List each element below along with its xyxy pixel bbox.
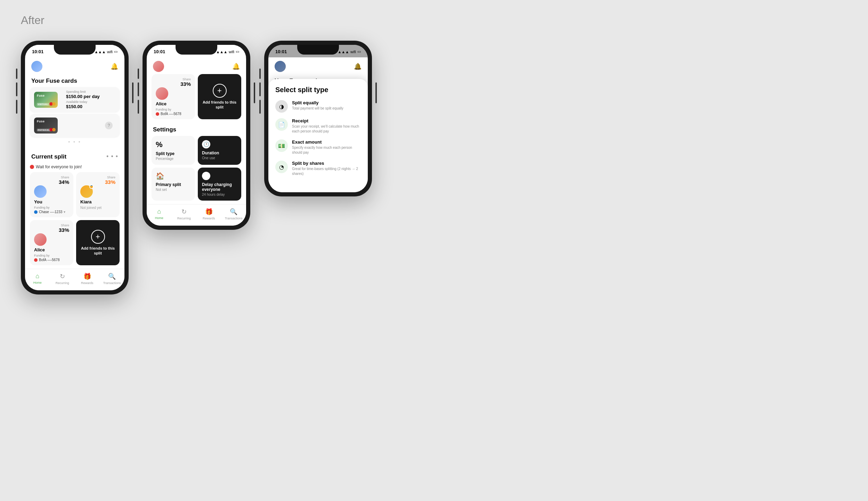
spending-limit-label: Spending limit [66, 90, 115, 94]
p2-nav-transactions[interactable]: 🔍 Transactions [221, 208, 246, 220]
receipt-icon: 📄 [275, 118, 288, 131]
alice-name: Alice [34, 247, 69, 252]
phone1-bottom-nav: ⌂ Home ↻ Recurring 🎁 Rewards 🔍 Transacti… [25, 269, 124, 290]
split-status-text: Wait for everyone to join! [36, 164, 82, 169]
alice-bank: BofA ----5678 [39, 258, 59, 262]
user-avatar[interactable] [31, 61, 42, 72]
phones-container: 10:01 ▲▲▲ wifi ▭ 🔔 Your Fuse cards [21, 41, 372, 294]
split-by-shares-option[interactable]: ◔ Split by shares Great for time-bases s… [275, 161, 361, 176]
p2-add-friends-button[interactable]: + Add friends to this split [198, 74, 241, 119]
virtual-card-item[interactable]: Fuse VIRTUAL Spending limit $150.00 per … [30, 87, 120, 112]
p3-signal-icon: ▲▲▲ [338, 50, 349, 54]
p2-bell-icon[interactable]: 🔔 [232, 63, 240, 70]
p2-battery-icon: ▭ [236, 49, 239, 54]
page-title: After [21, 14, 44, 27]
p2-recurring-label: Recurring [177, 217, 191, 220]
physical-card-item[interactable]: Fuse PHYSICAL ? [30, 114, 120, 137]
duration-title: Duration [202, 151, 237, 155]
exact-amount-sub: Specify exactly how much each person sho… [292, 145, 361, 155]
select-split-type-modal[interactable]: Select split type ◑ Split equally Total … [268, 79, 368, 192]
settings-duration[interactable]: 🕐 Duration One use [198, 136, 241, 165]
split-type-icon: % [156, 140, 191, 149]
split-by-shares-sub: Great for time-bases splitting (2 nights… [292, 167, 361, 176]
p2-signal-icon: ▲▲▲ [216, 50, 227, 54]
split-by-shares-text: Split by shares Great for time-bases spl… [292, 161, 361, 176]
receipt-title: Receipt [292, 118, 361, 123]
nav-home[interactable]: ⌂ Home [25, 273, 50, 285]
settings-section-header: Settings [147, 123, 246, 136]
current-split-title: Current split [31, 153, 66, 160]
split-shares-icon: ◔ [275, 161, 288, 173]
you-bank-chevron[interactable]: ▾ [64, 210, 65, 214]
nav-transactions[interactable]: 🔍 Transactions [100, 273, 125, 285]
p2-alice-bank-name: BofA ----5678 [161, 112, 181, 116]
split-equally-title: Split equally [292, 100, 343, 105]
fuse-cards-title: Your Fuse cards [31, 78, 77, 84]
spending-limit-value: $150.00 per day [66, 94, 115, 99]
alice-share-label: Share [61, 224, 69, 227]
you-share-label: Share [61, 176, 69, 179]
exact-amount-text: Exact amount Specify exactly how much ea… [292, 139, 361, 155]
modal-title: Select split type [275, 86, 361, 94]
rewards-icon: 🎁 [83, 273, 91, 280]
settings-split-type[interactable]: % Split type Percentage [152, 136, 195, 165]
receipt-sub: Scan your receipt, we'll calculate how m… [292, 124, 361, 134]
current-split-header: Current split • • • [25, 150, 124, 163]
p2-home-label: Home [155, 216, 163, 220]
kiara-share-value: 33% [105, 179, 115, 185]
exact-amount-option[interactable]: 💵 Exact amount Specify exactly how much … [275, 139, 361, 155]
add-friends-plus-icon: + [91, 230, 105, 244]
kiara-status: Not joined yet [80, 206, 115, 210]
receipt-option[interactable]: 📄 Receipt Scan your receipt, we'll calcu… [275, 118, 361, 134]
wifi-icon: wifi [107, 50, 113, 54]
split-equally-sub: Total payment will be split equally [292, 106, 343, 111]
p2-alice-card[interactable]: Share 33% Alice Funding by BofA ----5678 [152, 74, 195, 119]
split-member-kiara[interactable]: Share 33% 🏅 Kiara Not joined yet [76, 172, 120, 217]
transactions-label: Transactions [103, 281, 121, 285]
phone-3: 10:01 ▲▲▲ wifi ▭ 🔔 [264, 41, 372, 196]
kiara-share-label: Share [107, 176, 115, 179]
alice-bank-info: BofA ----5678 [34, 258, 69, 262]
kiara-avatar: 🏅 [80, 185, 93, 198]
p2-alice-bank: BofA ----5678 [156, 112, 191, 116]
primary-split-title: Primary split [156, 182, 191, 187]
phone1-status-icons: ▲▲▲ wifi ▭ [94, 49, 117, 54]
p3-wifi-icon: wifi [350, 50, 356, 54]
p2-nav-recurring[interactable]: ↻ Recurring [172, 208, 197, 220]
exact-amount-icon: 💵 [275, 139, 288, 152]
you-funding-label: Funding by [34, 206, 69, 209]
you-bank: Chase ----1233 [39, 210, 62, 214]
settings-primary-split[interactable]: 🏠 Primary split Not set [152, 168, 195, 201]
p2-user-avatar[interactable] [153, 61, 164, 72]
split-equally-option[interactable]: ◑ Split equally Total payment will be sp… [275, 100, 361, 113]
primary-split-icon: 🏠 [156, 172, 191, 180]
physical-card-logo: Fuse PHYSICAL [34, 118, 58, 134]
you-share-value: 34% [59, 179, 69, 185]
split-member-you[interactable]: Share 34% You Funding by Chase ----1233 … [30, 172, 73, 217]
bell-icon[interactable]: 🔔 [111, 63, 118, 70]
nav-recurring[interactable]: ↻ Recurring [50, 273, 75, 285]
nav-rewards[interactable]: 🎁 Rewards [75, 273, 100, 285]
p2-transactions-icon: 🔍 [230, 208, 237, 216]
available-label: Available today [66, 100, 115, 104]
virtual-card-logo: Fuse VIRTUAL [34, 92, 58, 108]
cards-dots: • • • [30, 139, 120, 145]
split-member-alice[interactable]: Share 33% Alice Funding by BofA ----5678 [30, 220, 73, 265]
phone2-top-bar: 🔔 [147, 57, 246, 74]
help-icon[interactable]: ? [105, 122, 113, 129]
p2-nav-home[interactable]: ⌂ Home [147, 208, 172, 220]
p2-wifi-icon: wifi [229, 50, 234, 54]
battery-icon: ▭ [114, 49, 117, 54]
signal-icon: ▲▲▲ [94, 50, 106, 54]
you-name: You [34, 199, 69, 204]
split-more-dots[interactable]: • • • [106, 153, 118, 160]
add-friends-button[interactable]: + Add friends to this split [76, 220, 120, 265]
rewards-label: Rewards [81, 281, 94, 285]
split-status: Wait for everyone to join! [30, 164, 120, 169]
settings-delay-charging[interactable]: ⏸ Delay charging everyone 24 hours delay [198, 168, 241, 201]
p2-split-grid: Share 33% Alice Funding by BofA ----5678 [152, 74, 241, 119]
recurring-icon: ↻ [60, 273, 65, 280]
split-section: Wait for everyone to join! Share 34% You… [25, 163, 124, 269]
phone2-time: 10:01 [154, 49, 165, 54]
p2-nav-rewards[interactable]: 🎁 Rewards [196, 208, 221, 220]
